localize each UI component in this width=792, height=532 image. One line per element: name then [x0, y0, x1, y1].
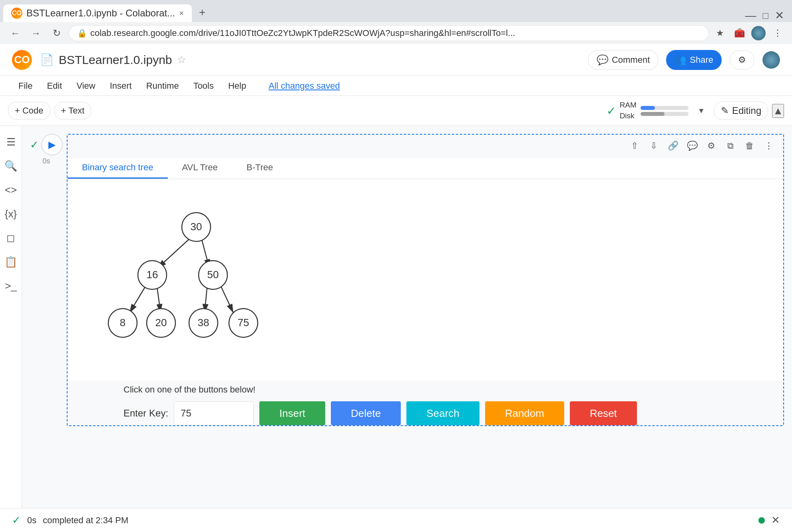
- share-btn[interactable]: 👥 Share: [666, 50, 722, 70]
- comment-icon: 💬: [597, 54, 609, 66]
- more-menu-btn[interactable]: ⋮: [770, 25, 786, 41]
- menu-view[interactable]: View: [70, 78, 101, 94]
- tab-b-tree[interactable]: B-Tree: [232, 157, 287, 179]
- browser-chrome: CO BSTLearner1.0.ipynb - Colaborat... × …: [0, 0, 792, 44]
- disk-label: Disk: [620, 111, 637, 122]
- maximize-icon[interactable]: □: [763, 10, 769, 21]
- run-time: 0s: [42, 157, 50, 165]
- menu-bar: File Edit View Insert Runtime Tools Help…: [0, 76, 792, 96]
- status-time: 0s: [27, 515, 36, 526]
- drive-icon: 📄: [40, 53, 54, 66]
- svg-text:75: 75: [238, 317, 249, 329]
- delete-btn[interactable]: Delete: [331, 401, 401, 425]
- menu-file[interactable]: File: [12, 78, 39, 94]
- profile-avatar[interactable]: [750, 25, 766, 41]
- bst-svg: 30 16 50 8 20: [76, 187, 315, 371]
- comment-btn[interactable]: 💬 Comment: [588, 50, 658, 70]
- reset-btn[interactable]: Reset: [570, 401, 637, 425]
- share-icon: 👥: [675, 54, 687, 66]
- input-row: Enter Key: Insert Delete Search Random R…: [123, 401, 783, 425]
- status-close-btn[interactable]: ✕: [771, 514, 780, 526]
- add-comment-btn[interactable]: 💬: [684, 138, 700, 154]
- svg-text:50: 50: [207, 269, 219, 281]
- cell-more-btn[interactable]: ⋮: [761, 138, 777, 154]
- page-header: CO 📄 BSTLearner1.0.ipynb ☆ 💬 Comment 👥 S…: [0, 44, 792, 76]
- bookmark-icon[interactable]: ★: [712, 25, 728, 41]
- tab-avl-tree[interactable]: AVL Tree: [168, 157, 232, 179]
- close-window-btn[interactable]: ✕: [775, 9, 784, 22]
- menu-edit[interactable]: Edit: [40, 78, 68, 94]
- star-btn[interactable]: ☆: [177, 54, 186, 66]
- prompt-text: Click on one of the buttons below!: [123, 385, 783, 395]
- svg-line-0: [157, 237, 191, 268]
- bst-tab-content: 30 16 50 8 20: [68, 179, 783, 381]
- all-changes-saved: All changes saved: [262, 78, 346, 94]
- tabs-bar: Binary search tree AVL Tree B-Tree: [68, 157, 783, 179]
- insert-btn[interactable]: Insert: [259, 401, 325, 425]
- cell-delete-btn[interactable]: 🗑: [742, 138, 758, 154]
- status-message: completed at 2:34 PM: [43, 515, 128, 526]
- new-tab-btn[interactable]: +: [196, 3, 209, 22]
- status-bar: ✓ 0s completed at 2:34 PM ✕: [0, 508, 792, 532]
- cell-area: ✓ ▶ 0s ⇧ ⇩ 🔗 💬 ⚙ ⧉ 🗑 ⋮: [22, 126, 792, 532]
- status-dot: [758, 517, 765, 524]
- menu-tools[interactable]: Tools: [187, 78, 220, 94]
- refresh-btn[interactable]: ↻: [48, 24, 66, 42]
- svg-text:38: 38: [198, 317, 209, 329]
- notebook-area: ☰ 🔍 <> {x} ◻ 📋 >_ ✓ ▶ 0s ⇧ ⇩: [0, 126, 792, 532]
- toolbar: + Code + Text ✓ RAM Disk ▼ ✎ Editing ▲: [0, 96, 792, 126]
- lock-icon: 🔒: [77, 28, 87, 38]
- move-down-btn[interactable]: ⇩: [646, 138, 662, 154]
- settings-btn[interactable]: ⚙: [730, 50, 754, 70]
- cell-toolbar: ⇧ ⇩ 🔗 💬 ⚙ ⧉ 🗑 ⋮: [68, 135, 783, 157]
- add-code-btn[interactable]: + Code: [8, 102, 50, 120]
- key-input[interactable]: [174, 401, 254, 425]
- random-btn[interactable]: Random: [485, 401, 564, 425]
- collapse-btn[interactable]: ▲: [772, 104, 784, 118]
- enter-key-label: Enter Key:: [123, 408, 168, 419]
- menu-insert[interactable]: Insert: [103, 78, 138, 94]
- user-avatar[interactable]: [762, 51, 780, 69]
- editing-btn[interactable]: ✎ Editing: [714, 102, 768, 120]
- sidebar-search-icon[interactable]: 🔍: [3, 158, 19, 174]
- active-tab[interactable]: CO BSTLearner1.0.ipynb - Colaborat... ×: [3, 4, 192, 22]
- svg-line-5: [219, 283, 233, 313]
- add-text-btn[interactable]: + Text: [54, 102, 92, 120]
- svg-text:8: 8: [120, 317, 125, 329]
- sidebar-files-icon[interactable]: ◻: [3, 230, 19, 246]
- run-btn-area: ✓ ▶ 0s: [30, 134, 63, 165]
- cell-status-check: ✓: [30, 139, 39, 151]
- ram-label: RAM: [620, 100, 637, 111]
- output-widget: ⇧ ⇩ 🔗 💬 ⚙ ⧉ 🗑 ⋮ Binary search tree AVL T…: [67, 134, 784, 426]
- menu-help[interactable]: Help: [222, 78, 253, 94]
- browser-actions: ★ 🧰 ⋮: [712, 25, 786, 41]
- menu-runtime[interactable]: Runtime: [140, 78, 185, 94]
- tab-close-btn[interactable]: ×: [179, 9, 184, 18]
- search-btn[interactable]: Search: [406, 401, 479, 425]
- move-up-btn[interactable]: ⇧: [627, 138, 643, 154]
- doc-title[interactable]: BSTLearner1.0.ipynb: [59, 53, 172, 67]
- sidebar-code-icon[interactable]: <>: [3, 182, 19, 198]
- forward-btn[interactable]: →: [27, 24, 45, 42]
- sidebar-snippets-icon[interactable]: 📋: [3, 254, 19, 270]
- cell-copy-btn[interactable]: ⧉: [722, 138, 738, 154]
- sidebar-terminal-icon[interactable]: >_: [3, 278, 19, 294]
- cell-wrapper: ✓ ▶ 0s ⇧ ⇩ 🔗 💬 ⚙ ⧉ 🗑 ⋮: [30, 134, 784, 426]
- sidebar-variables-icon[interactable]: {x}: [3, 206, 19, 222]
- cell-settings-btn[interactable]: ⚙: [703, 138, 719, 154]
- status-check-icon: ✓: [12, 514, 21, 526]
- doc-title-area: 📄 BSTLearner1.0.ipynb ☆: [40, 53, 580, 67]
- copy-link-btn[interactable]: 🔗: [665, 138, 681, 154]
- connected-check-icon: ✓: [607, 104, 616, 118]
- extension-icon[interactable]: 🧰: [731, 25, 747, 41]
- back-btn[interactable]: ←: [6, 24, 24, 42]
- browser-controls: ← → ↻ 🔒 colab.research.google.com/drive/…: [0, 22, 792, 44]
- run-cell-btn[interactable]: ▶: [41, 134, 63, 155]
- minimize-icon[interactable]: —: [745, 9, 756, 22]
- ram-disk-dropdown-btn[interactable]: ▼: [693, 102, 710, 120]
- disk-bar-outer: [641, 112, 689, 116]
- tab-binary-search-tree[interactable]: Binary search tree: [68, 157, 168, 179]
- address-bar[interactable]: 🔒 colab.research.google.com/drive/11oJI0…: [69, 25, 709, 41]
- settings-icon: ⚙: [738, 55, 746, 65]
- sidebar-menu-icon[interactable]: ☰: [3, 134, 19, 150]
